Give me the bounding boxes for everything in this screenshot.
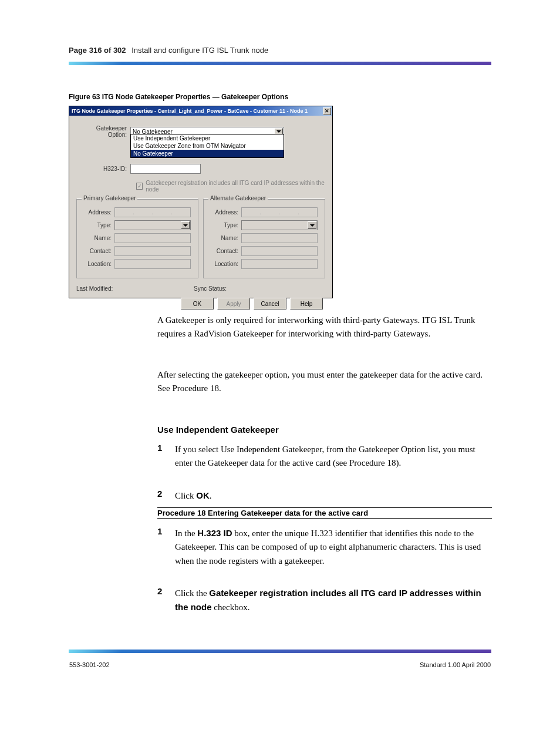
alternate-type-combo xyxy=(241,220,318,230)
dialog-titlebar[interactable]: ITG Node Gatekeeper Properties - Central… xyxy=(69,106,332,116)
primary-location-input xyxy=(114,259,191,269)
option-no-gatekeeper[interactable]: No Gatekeeper xyxy=(131,150,284,157)
primary-type-combo xyxy=(114,220,191,230)
alternate-address-label: Address: xyxy=(208,209,241,216)
apply-button[interactable]: Apply xyxy=(217,298,250,309)
chevron-down-icon xyxy=(308,221,316,229)
rule-segment-purple xyxy=(122,650,491,653)
primary-contact-input xyxy=(114,246,191,256)
rule-segment-purple xyxy=(122,62,491,65)
rule-segment-cyan xyxy=(69,650,122,653)
proc-step-2-number: 2 xyxy=(157,586,162,596)
page-number: Page 316 of 302 Install and configure IT… xyxy=(69,46,268,55)
proc-step-1-text: In the H.323 ID box, enter the unique H.… xyxy=(175,526,492,568)
procedure-title: Procedure 18 Entering Gatekeeper data fo… xyxy=(157,509,368,517)
option-otm-navigator[interactable]: Use Gatekeeper Zone from OTM Navigator xyxy=(131,142,284,150)
close-button[interactable]: ✕ xyxy=(323,107,331,115)
alternate-location-label: Location: xyxy=(208,261,241,267)
alternate-contact-input xyxy=(241,246,318,256)
dialog-window: ITG Node Gatekeeper Properties - Central… xyxy=(69,106,333,298)
alternate-address-input: ... xyxy=(241,207,318,217)
primary-address-input: ... xyxy=(114,207,191,217)
alternate-contact-label: Contact: xyxy=(208,248,241,254)
ok-button[interactable]: OK xyxy=(181,298,214,309)
registration-checkbox[interactable]: ✓ xyxy=(136,183,143,190)
proc-step-2-text: Click the Gatekeeper registration includ… xyxy=(175,586,492,615)
h323id-label: H323-ID: xyxy=(76,166,130,172)
close-icon: ✕ xyxy=(325,109,329,114)
step-2-number: 2 xyxy=(157,489,162,499)
primary-location-label: Location: xyxy=(82,261,114,267)
primary-group-title: Primary Gatekeeper xyxy=(82,195,137,201)
gatekeeper-option-label: Gatekeeper Option: xyxy=(76,125,130,138)
alternate-type-label: Type: xyxy=(208,222,241,228)
step-1-text: If you select Use Independent Gatekeeper… xyxy=(175,443,492,470)
gatekeeper-option-dropdown: Use Independent Gatekeeper Use Gatekeepe… xyxy=(130,134,284,158)
alternate-gatekeeper-group: Alternate Gatekeeper Address:... Type: N… xyxy=(203,198,325,278)
h323id-input[interactable] xyxy=(130,164,201,174)
paragraph-1: A Gatekeeper is only required for interw… xyxy=(157,314,492,341)
step-2-text: Click OK. xyxy=(175,489,492,503)
registration-checkbox-label: Gatekeeper registration includes all ITG… xyxy=(146,180,325,193)
help-button[interactable]: Help xyxy=(290,298,323,309)
alternate-name-label: Name: xyxy=(208,235,241,241)
bottom-gradient-rule xyxy=(69,650,491,653)
last-modified-label: Last Modified: xyxy=(76,285,194,292)
cancel-button[interactable]: Cancel xyxy=(254,298,286,309)
step-1-number: 1 xyxy=(157,443,162,453)
option-independent[interactable]: Use Independent Gatekeeper xyxy=(131,134,284,142)
figure-caption: Figure 63 ITG Node Gatekeeper Properties… xyxy=(69,93,288,101)
chevron-down-icon xyxy=(181,221,190,229)
dialog-title: ITG Node Gatekeeper Properties - Central… xyxy=(72,108,308,114)
alternate-group-title: Alternate Gatekeeper xyxy=(208,195,268,201)
top-gradient-rule xyxy=(69,62,491,65)
section-heading: Use Independent Gatekeeper xyxy=(157,423,492,436)
primary-gatekeeper-group: Primary Gatekeeper Address:... Type: Nam… xyxy=(76,198,198,278)
primary-name-label: Name: xyxy=(82,235,114,241)
procedure-rule-bottom xyxy=(157,518,492,519)
proc-step-1-number: 1 xyxy=(157,526,162,536)
footer-right: Standard 1.00 April 2000 xyxy=(420,661,491,668)
primary-name-input xyxy=(114,233,191,243)
primary-contact-label: Contact: xyxy=(82,248,114,254)
rule-segment-cyan xyxy=(69,62,122,65)
footer-left: 553-3001-202 xyxy=(69,661,110,668)
primary-address-label: Address: xyxy=(82,209,114,216)
alternate-name-input xyxy=(241,233,318,243)
procedure-rule-top xyxy=(157,507,492,508)
primary-type-label: Type: xyxy=(82,222,114,228)
sync-status-label: Sync Status: xyxy=(194,285,227,292)
paragraph-2: After selecting the gatekeeper option, y… xyxy=(157,368,492,396)
alternate-location-input xyxy=(241,259,318,269)
